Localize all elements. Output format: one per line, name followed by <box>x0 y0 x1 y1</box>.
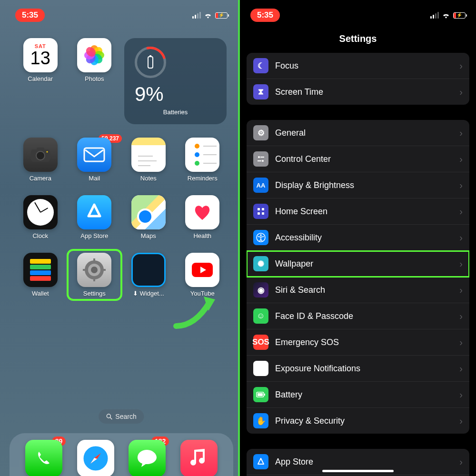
chevron-right-icon: › <box>459 180 463 191</box>
svg-rect-12 <box>83 269 87 271</box>
widget-icon <box>131 253 166 287</box>
battery-icon <box>253 387 268 402</box>
hand-icon: ✋ <box>253 413 268 428</box>
status-bar: 5:35 ⚡ <box>5 0 238 27</box>
app-label: Camera <box>30 175 51 182</box>
page-title: Settings <box>240 27 476 53</box>
app-photos[interactable]: Photos <box>70 38 119 124</box>
grid-icon <box>253 204 268 219</box>
svg-point-15 <box>107 414 110 418</box>
settings-row-accessibility[interactable]: Accessibility› <box>247 225 469 251</box>
svg-rect-30 <box>264 394 265 396</box>
app-camera[interactable]: Camera <box>16 138 65 182</box>
settings-row-control[interactable]: Control Center› <box>247 146 469 172</box>
phone-icon <box>25 440 62 476</box>
settings-row-battery[interactable]: Battery› <box>247 382 469 408</box>
youtube-icon <box>185 253 219 287</box>
appstore-icon <box>77 195 111 229</box>
settings-row-homescreen[interactable]: Home Screen› <box>247 198 469 225</box>
battery-icon: ⚡ <box>453 12 466 19</box>
app-settings[interactable]: Settings <box>67 249 123 301</box>
app-label: Clock <box>32 232 48 239</box>
wifi-icon <box>204 12 212 19</box>
dock-safari[interactable] <box>77 440 114 476</box>
search-label: Search <box>115 413 136 420</box>
app-notes[interactable]: Notes <box>124 138 173 182</box>
time-indicator[interactable]: 5:35 <box>250 9 280 22</box>
app-maps[interactable]: Maps <box>124 195 173 239</box>
svg-line-16 <box>110 417 112 419</box>
settings-row-exposure[interactable]: ✹ Exposure Notifications› <box>247 356 469 382</box>
settings-row-focus[interactable]: ☾ Focus› <box>247 53 469 79</box>
settings-group-2: ⚙ General› Control Center› AA Display & … <box>247 120 469 434</box>
settings-row-screentime[interactable]: ⧗ Screen Time› <box>247 79 469 105</box>
status-icons: ⚡ <box>430 12 466 19</box>
settings-screen: 5:35 ⚡ Settings ☾ Focus› ⧗ Screen Time› … <box>238 0 476 476</box>
settings-icon <box>77 253 111 287</box>
messages-icon <box>129 440 166 476</box>
battery-widget[interactable]: 9% Batteries <box>124 38 227 124</box>
chevron-right-icon: › <box>459 389 463 400</box>
settings-row-sos[interactable]: SOS Emergency SOS› <box>247 329 469 356</box>
settings-row-privacy[interactable]: ✋ Privacy & Security› <box>247 408 469 434</box>
cellular-icon <box>430 12 439 19</box>
svg-rect-23 <box>258 208 260 210</box>
siri-icon: ◉ <box>253 282 268 298</box>
app-appstore[interactable]: App Store <box>70 195 119 239</box>
dock-phone[interactable]: 89 <box>25 440 62 476</box>
chevron-right-icon: › <box>459 206 463 217</box>
app-label: App Store <box>80 232 108 239</box>
notes-icon <box>131 138 166 172</box>
app-label: Maps <box>141 232 156 239</box>
svg-rect-20 <box>260 157 264 158</box>
chevron-right-icon: › <box>459 128 463 139</box>
settings-row-wallpaper[interactable]: ✺ Wallpaper› <box>247 251 469 277</box>
app-mail[interactable]: 59,237 Mail <box>70 138 119 182</box>
settings-row-general[interactable]: ⚙ General› <box>247 120 469 146</box>
reminders-icon <box>185 138 219 172</box>
tutorial-arrow-icon <box>171 288 224 331</box>
settings-group-1: ☾ Focus› ⧗ Screen Time› <box>247 53 469 105</box>
svg-rect-4 <box>37 148 44 150</box>
settings-row-display[interactable]: AA Display & Brightness› <box>247 172 469 198</box>
textsize-icon: AA <box>253 178 268 193</box>
app-reminders[interactable]: Reminders <box>178 138 227 182</box>
svg-rect-11 <box>93 278 95 281</box>
chevron-right-icon: › <box>459 232 463 243</box>
app-wallet[interactable]: Wallet <box>16 253 65 297</box>
faceid-icon: ☺ <box>253 308 268 324</box>
chevron-right-icon: › <box>459 60 463 71</box>
chevron-right-icon: › <box>459 456 463 467</box>
settings-row-faceid[interactable]: ☺ Face ID & Passcode› <box>247 303 469 329</box>
svg-rect-25 <box>258 212 260 215</box>
app-calendar[interactable]: SAT 13 Calendar <box>16 38 65 124</box>
svg-rect-22 <box>258 160 261 161</box>
chevron-right-icon: › <box>459 416 463 426</box>
exposure-icon: ✹ <box>253 361 268 376</box>
svg-rect-0 <box>148 57 153 68</box>
dock-music[interactable] <box>180 440 218 476</box>
app-label: ⬇︎ Widget... <box>133 290 164 297</box>
dock-messages[interactable]: 182 <box>129 440 166 476</box>
health-icon <box>185 195 219 229</box>
svg-rect-24 <box>262 208 264 210</box>
app-health[interactable]: Health <box>178 195 227 239</box>
settings-row-siri[interactable]: ◉ Siri & Search› <box>247 277 469 303</box>
camera-icon <box>23 138 58 172</box>
app-clock[interactable]: Clock <box>16 195 65 239</box>
moon-icon: ☾ <box>253 58 268 73</box>
time-indicator[interactable]: 5:35 <box>15 9 45 22</box>
chevron-right-icon: › <box>459 285 463 296</box>
home-indicator[interactable] <box>322 470 394 472</box>
photos-icon <box>77 38 111 72</box>
appstore-icon <box>253 454 268 469</box>
battery-icon: ⚡ <box>215 12 228 19</box>
app-widgetsmith[interactable]: ⬇︎ Widget... <box>124 253 173 297</box>
spotlight-search[interactable]: Search <box>99 409 144 424</box>
app-label: Mail <box>89 175 100 182</box>
calendar-icon: SAT 13 <box>23 38 58 72</box>
svg-point-21 <box>262 160 264 162</box>
app-label: Notes <box>140 175 157 182</box>
chevron-right-icon: › <box>459 363 463 374</box>
svg-rect-1 <box>149 55 151 57</box>
